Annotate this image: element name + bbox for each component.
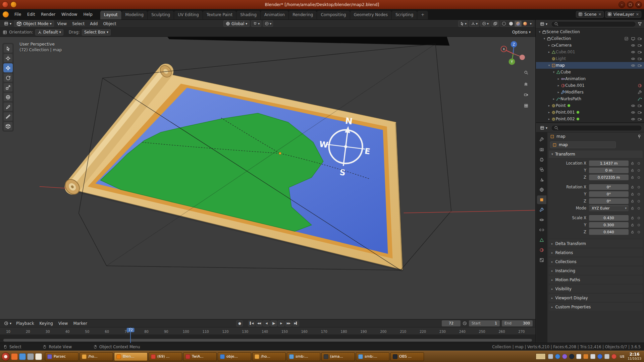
tray-bluetooth-icon[interactable]	[597, 354, 602, 359]
launcher-web-icon[interactable]	[11, 353, 18, 360]
tray-steam-icon[interactable]	[569, 354, 574, 359]
animate-property-dot[interactable]	[636, 169, 641, 172]
blender-logo-icon[interactable]	[3, 11, 9, 17]
eye-toggle-icon[interactable]	[631, 110, 635, 115]
timeline-ruler[interactable]: 1020304050607080901001101201301401501601…	[0, 327, 535, 335]
tray-network-icon[interactable]	[604, 354, 609, 359]
tray-display-icon[interactable]	[548, 354, 553, 359]
applications-menu-button[interactable]	[1, 352, 10, 361]
prev-keyframe-button[interactable]: ◀◀	[256, 320, 262, 326]
outliner-row-point-001[interactable]: ▸Point.001	[536, 109, 644, 116]
jump-end-button[interactable]: ▶▌	[292, 320, 299, 326]
lock-toggle[interactable]	[629, 176, 636, 179]
taskbar-window-10[interactable]: OBS ...	[390, 352, 424, 361]
tool-rotate[interactable]	[3, 73, 13, 82]
taskbar-window-2[interactable]: Blen...	[114, 352, 148, 361]
viewlayer-selector[interactable]: ViewLayer ×	[605, 11, 641, 18]
scene-selector[interactable]: Scene ×	[576, 11, 604, 18]
tray-info-icon[interactable]	[555, 354, 560, 359]
shading-solid-button[interactable]	[507, 21, 515, 26]
lock-toggle[interactable]	[629, 216, 636, 220]
taskbar-window-1[interactable]: /ho...	[79, 352, 113, 361]
expand-caret-icon[interactable]: ▸	[556, 77, 561, 80]
taskbar-window-6[interactable]: /ho...	[252, 352, 286, 361]
next-keyframe-button[interactable]: ▶▶	[285, 320, 292, 326]
expand-caret-icon[interactable]: ▸	[556, 90, 561, 94]
taskbar-window-3[interactable]: (69) ...	[149, 352, 182, 361]
viewport-menu-add[interactable]: Add	[87, 20, 100, 27]
gizmo-minus-x-axis[interactable]	[520, 55, 525, 60]
animate-property-dot[interactable]	[636, 200, 641, 202]
panel-custom-properties[interactable]: ▸Custom Properties	[549, 303, 643, 311]
lock-toggle[interactable]	[629, 169, 636, 172]
transform-orientation-dropdown[interactable]: Global ▾	[223, 20, 250, 27]
outliner-row-animation[interactable]: ▸Animation	[536, 75, 644, 82]
shading-rendered-button[interactable]	[522, 21, 529, 26]
lock-toggle[interactable]	[629, 162, 636, 165]
snap-toggle[interactable]: ▾	[251, 20, 261, 27]
outliner-row-point[interactable]: ▸Point	[536, 102, 644, 109]
panel-visibility[interactable]: ▸Visibility	[549, 285, 643, 293]
outliner-row-cube-001[interactable]: ▸Cube.001	[536, 49, 644, 55]
expand-caret-icon[interactable]: ▾	[537, 30, 542, 34]
animate-property-dot[interactable]	[636, 217, 641, 219]
transform-value-field[interactable]: 0.040	[589, 229, 629, 235]
taskbar-window-5[interactable]: obje...	[218, 352, 251, 361]
expand-caret-icon[interactable]: ▾	[542, 37, 547, 40]
transform-value-field[interactable]: 0.072335 m	[589, 175, 629, 180]
camera-toggle-icon[interactable]	[638, 43, 642, 48]
animate-property-dot[interactable]	[636, 224, 641, 226]
tool-move[interactable]	[3, 63, 13, 72]
panel-motion-paths[interactable]: ▸Motion Paths	[549, 276, 643, 284]
timeline-scrollbar[interactable]	[3, 339, 532, 342]
properties-tab-constraints[interactable]	[537, 226, 546, 234]
expand-caret-icon[interactable]: ▸	[547, 111, 551, 114]
properties-tab-material[interactable]	[537, 246, 546, 254]
transform-value-field[interactable]: 0.430	[589, 215, 629, 221]
outliner-row-point-002[interactable]: ▸Point.002	[536, 116, 644, 122]
timeline-playhead[interactable]: 72	[130, 327, 131, 343]
properties-tab-scene[interactable]	[537, 175, 546, 184]
viewlayer-remove-icon[interactable]: ×	[636, 12, 639, 16]
animate-property-dot[interactable]	[636, 193, 641, 195]
tab-geometry-nodes[interactable]: Geometry Nodes	[350, 11, 391, 19]
auto-key-record-button[interactable]: ●	[236, 320, 243, 326]
next-frame-button[interactable]: ▶	[278, 320, 284, 326]
close-button[interactable]: ×	[635, 1, 642, 8]
camera-view-button[interactable]	[522, 90, 530, 99]
lock-toggle[interactable]	[629, 185, 636, 189]
camera-toggle-icon[interactable]	[638, 63, 642, 68]
jump-start-button[interactable]: ▌◀	[248, 320, 255, 326]
wrench-toggle-icon[interactable]	[638, 90, 642, 95]
mode-dropdown[interactable]: Object Mode ▾	[14, 20, 54, 27]
ortho-toggle-button[interactable]	[522, 102, 530, 110]
outliner-row-light[interactable]: Light	[536, 55, 644, 62]
eye-toggle-icon[interactable]	[631, 57, 635, 61]
menu-file[interactable]: File	[11, 11, 24, 18]
panel-instancing[interactable]: ▸Instancing	[549, 267, 643, 275]
panel-viewport-display[interactable]: ▸Viewport Display	[549, 294, 643, 302]
outliner-row-collection[interactable]: ▾Collection	[536, 35, 644, 42]
keyboard-layout-indicator[interactable]: us	[619, 354, 626, 359]
lock-toggle[interactable]	[629, 230, 636, 234]
properties-tab-world[interactable]	[537, 185, 546, 194]
preview-range-icon[interactable]	[463, 321, 467, 325]
expand-caret-icon[interactable]: ▸	[551, 97, 556, 101]
taskbar-window-4[interactable]: TwiA...	[183, 352, 217, 361]
menu-window[interactable]: Window	[58, 11, 80, 18]
editor-type-button[interactable]: ▾	[2, 20, 13, 27]
outliner-row-cube-001[interactable]: ▸Cube.001	[536, 82, 644, 89]
taskbar-window-7[interactable]: smb:...	[287, 352, 320, 361]
tool-measure[interactable]	[3, 112, 13, 121]
screen-toggle-icon[interactable]	[631, 37, 635, 41]
navigation-gizmo[interactable]: Z Y X	[500, 40, 527, 66]
overlays-dropdown[interactable]: ▾	[480, 20, 490, 27]
lock-toggle[interactable]	[629, 192, 636, 196]
tool-annotate[interactable]	[3, 102, 13, 111]
properties-tab-output[interactable]	[537, 155, 546, 164]
color-swatch-window[interactable]	[536, 353, 546, 360]
tool-cursor[interactable]	[3, 54, 13, 63]
current-frame-field[interactable]: 72	[442, 320, 461, 326]
play-button[interactable]: ▶	[270, 320, 277, 326]
xray-toggle[interactable]	[491, 20, 499, 27]
